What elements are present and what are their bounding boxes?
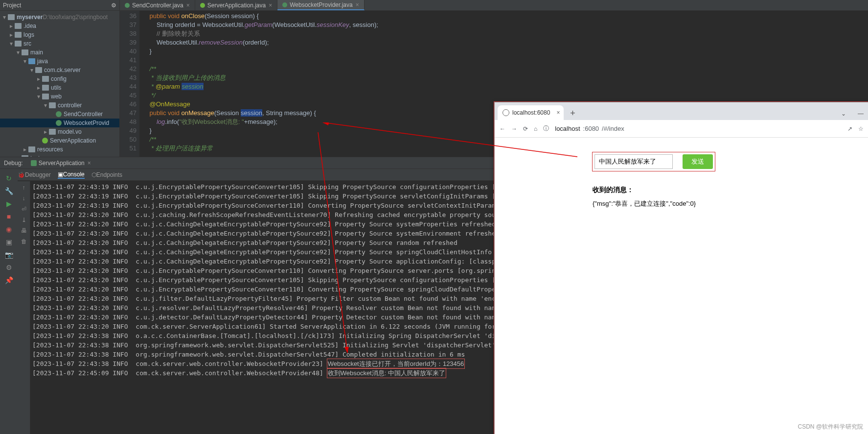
browser-viewport[interactable]: 发送 收到的消息： {"msg":"恭喜，已建立连接","code":0}: [495, 138, 868, 434]
chevron-down-icon[interactable]: ⌄: [836, 107, 851, 120]
new-tab-button[interactable]: +: [566, 106, 579, 120]
settings-icon[interactable]: ⚙: [6, 264, 12, 271]
editor-tab[interactable]: WebsocketProvider.java×: [277, 0, 365, 10]
console-side-toolbar[interactable]: ↑ ↓ ⏎ ⤓ 🖶 🗑: [18, 181, 30, 434]
tab-endpoints[interactable]: ⬡ Endpoints: [91, 171, 122, 178]
tree-item[interactable]: ▾src: [0, 39, 119, 48]
stop-icon[interactable]: ■: [7, 213, 11, 220]
tree-item[interactable]: ▾java: [0, 57, 119, 66]
tree-item[interactable]: ▸utils: [0, 83, 119, 92]
globe-icon: [503, 109, 509, 116]
camera-icon[interactable]: 📷: [5, 251, 13, 259]
reload-icon[interactable]: ⟳: [523, 125, 528, 132]
gear-icon[interactable]: ⚙: [111, 2, 116, 9]
minimize-icon[interactable]: —: [853, 107, 868, 120]
message-input[interactable]: [594, 154, 673, 169]
tab-debugger[interactable]: 🐞 Debugger: [18, 171, 51, 178]
tree-item[interactable]: ▸.idea: [0, 22, 119, 30]
tree-item[interactable]: ▸config: [0, 74, 119, 83]
tree-item[interactable]: ▾com.ck.server: [0, 66, 119, 74]
received-message: {"msg":"恭喜，已建立连接","code":0}: [593, 199, 868, 208]
address-bar[interactable]: localhost:6080/#/index: [555, 125, 842, 132]
close-icon[interactable]: ×: [556, 109, 560, 116]
home-icon[interactable]: ⌂: [534, 125, 537, 132]
scroll-icon[interactable]: ⤓: [22, 217, 26, 223]
project-tree[interactable]: ▾myserver D:\tool\xiang2\springboot▸.ide…: [0, 11, 119, 165]
star-icon[interactable]: ☆: [858, 125, 864, 132]
pin-icon[interactable]: 📌: [5, 276, 13, 284]
line-numbers: 36373839404142434445464748495051: [120, 11, 139, 158]
project-label: Project: [3, 2, 21, 9]
browser-tab-strip[interactable]: localhost:6080 × + ⌄ —: [495, 102, 868, 120]
tree-item[interactable]: ▾main: [0, 48, 119, 57]
tree-item[interactable]: ▾controller: [0, 101, 119, 110]
project-tool-window[interactable]: Project ⚙ ▾myserver D:\tool\xiang2\sprin…: [0, 0, 120, 157]
share-icon[interactable]: ↗: [847, 125, 852, 132]
info-icon: ⓘ: [543, 124, 549, 133]
code-content[interactable]: public void onClose(Session session) { S…: [139, 11, 492, 158]
print-icon[interactable]: 🖶: [21, 227, 27, 234]
editor-tabs[interactable]: SendController.java×ServerApplication.ja…: [120, 0, 868, 11]
tree-root[interactable]: ▾myserver D:\tool\xiang2\springboot: [0, 13, 119, 22]
tab-console[interactable]: ▣ Console: [58, 171, 85, 179]
down-icon[interactable]: ↓: [23, 195, 25, 202]
tree-item[interactable]: WebsocketProvid: [0, 119, 119, 127]
received-title: 收到的消息：: [593, 186, 868, 194]
watermark: CSDN @软件科学研究院: [798, 423, 863, 431]
spring-icon: [31, 160, 37, 166]
tree-item[interactable]: ▸logs: [0, 30, 119, 39]
resume-icon[interactable]: ▶: [6, 200, 12, 208]
debug-side-toolbar[interactable]: ↻ 🔧 ▶ ■ ◉ ▣ 📷 ⚙ 📌: [0, 170, 18, 434]
tree-item[interactable]: ▸model.vo: [0, 127, 119, 136]
layout-icon[interactable]: ▣: [6, 238, 12, 246]
back-icon[interactable]: ←: [500, 125, 505, 132]
debug-label: Debug:: [4, 160, 23, 167]
forward-icon[interactable]: →: [511, 125, 517, 132]
send-button[interactable]: 发送: [683, 154, 713, 169]
up-icon[interactable]: ↑: [23, 184, 25, 191]
tree-item[interactable]: ServerApplication: [0, 136, 119, 145]
tree-item[interactable]: SendController: [0, 110, 119, 119]
rerun-icon[interactable]: ↻: [6, 174, 12, 182]
breakpoints-icon[interactable]: ◉: [6, 225, 12, 233]
message-form: 发送: [593, 152, 715, 171]
browser-toolbar[interactable]: ← → ⟳ ⌂ ⓘ localhost:6080/#/index ↗ ☆: [495, 120, 868, 138]
run-config-tab[interactable]: ServerApplication×: [27, 159, 95, 168]
browser-tab[interactable]: localhost:6080 ×: [498, 105, 564, 120]
editor-tab[interactable]: SendController.java×: [120, 0, 195, 10]
project-header[interactable]: Project ⚙: [0, 0, 119, 11]
tool-icon[interactable]: 🔧: [5, 187, 13, 195]
wrap-icon[interactable]: ⏎: [22, 206, 26, 213]
browser-window[interactable]: localhost:6080 × + ⌄ — ← → ⟳ ⌂ ⓘ localho…: [494, 102, 868, 434]
code-editor[interactable]: 36373839404142434445464748495051 public …: [120, 11, 492, 158]
clear-icon[interactable]: 🗑: [21, 238, 27, 245]
tree-item[interactable]: ▾web: [0, 92, 119, 101]
editor-tab[interactable]: ServerApplication.java×: [195, 0, 277, 10]
tree-item[interactable]: ▸resources: [0, 145, 119, 154]
